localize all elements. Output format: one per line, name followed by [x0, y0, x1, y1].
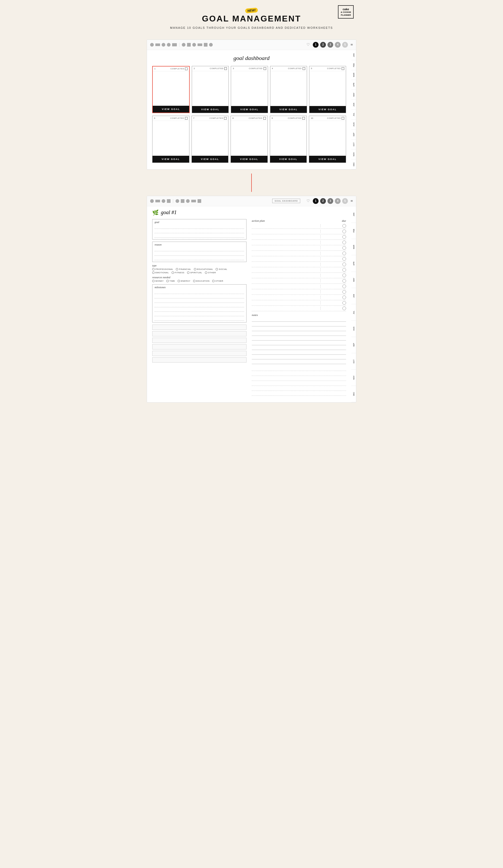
- ws-toolbar-circle-1[interactable]: 1: [313, 198, 319, 204]
- resource-education[interactable]: EDUCATION: [193, 280, 210, 282]
- completed-checkbox-3[interactable]: [263, 67, 266, 70]
- radio-time[interactable]: [167, 280, 169, 282]
- tab-nov[interactable]: NOV: [351, 149, 356, 159]
- ws-toolbar-icon-8[interactable]: [191, 200, 196, 202]
- completed-checkbox-6[interactable]: [185, 117, 188, 120]
- ws-tab-may[interactable]: MAY: [351, 272, 356, 288]
- ws-tab-dec[interactable]: DEC: [351, 386, 356, 402]
- toolbar-icon-4[interactable]: [167, 43, 171, 46]
- tab-may[interactable]: MAY: [351, 90, 356, 100]
- type-social[interactable]: SOCIAL: [215, 268, 227, 270]
- tab-sep[interactable]: SEP: [351, 130, 356, 140]
- action-circle-16[interactable]: [342, 307, 346, 310]
- ws-tab-apr[interactable]: APR: [351, 256, 356, 272]
- toolbar-circle-3[interactable]: 3: [328, 42, 333, 48]
- action-circle-14[interactable]: [342, 296, 346, 299]
- radio-money[interactable]: [152, 280, 154, 282]
- completed-checkbox-9[interactable]: [302, 117, 305, 120]
- radio-financial[interactable]: [176, 268, 178, 270]
- action-circle-4[interactable]: [342, 240, 346, 244]
- ws-tab-nov[interactable]: NOV: [351, 370, 356, 386]
- ws-menu-icon[interactable]: ≡: [351, 199, 353, 203]
- toolbar-icon-2[interactable]: [155, 43, 160, 46]
- ws-tab-sep[interactable]: SEP: [351, 337, 356, 353]
- completed-checkbox-7[interactable]: [224, 117, 227, 120]
- action-circle-2[interactable]: [342, 229, 346, 233]
- ws-toolbar-icon-4[interactable]: [167, 199, 171, 203]
- heart-icon[interactable]: ♡: [305, 42, 311, 48]
- resource-money[interactable]: MONEY: [152, 280, 164, 282]
- toolbar-icon-10[interactable]: [204, 43, 208, 46]
- action-circle-10[interactable]: [342, 273, 346, 277]
- toolbar-icon-11[interactable]: [209, 43, 213, 46]
- action-circle-5[interactable]: [342, 246, 346, 250]
- ws-heart-icon[interactable]: ♡: [305, 198, 311, 204]
- type-financial[interactable]: FINANCIAL: [176, 268, 191, 270]
- ws-tab-aug[interactable]: AUG: [351, 321, 356, 337]
- resource-energy[interactable]: ENERGY: [178, 280, 190, 282]
- ws-toolbar-circle-2[interactable]: 2: [320, 198, 326, 204]
- view-goal-button-9[interactable]: VIEW GOAL: [270, 156, 307, 163]
- view-goal-button-3[interactable]: VIEW GOAL: [231, 106, 268, 113]
- view-goal-button-6[interactable]: VIEW GOAL: [152, 156, 189, 163]
- radio-fitness[interactable]: [172, 271, 174, 274]
- toolbar-icon-9[interactable]: [198, 43, 202, 46]
- ws-tab-jun[interactable]: JUN: [351, 288, 356, 304]
- ws-tab-mar[interactable]: MAR: [351, 239, 356, 255]
- radio-energy[interactable]: [178, 280, 180, 282]
- menu-icon[interactable]: ≡: [351, 42, 353, 47]
- action-circle-1[interactable]: [342, 224, 346, 228]
- radio-social[interactable]: [215, 268, 218, 270]
- tab-aug[interactable]: AUG: [351, 120, 356, 130]
- completed-checkbox-4[interactable]: [303, 67, 305, 70]
- ws-tab-oct[interactable]: OCT: [351, 353, 356, 370]
- tab-jul[interactable]: JUL: [351, 110, 356, 120]
- action-circle-8[interactable]: [342, 262, 346, 266]
- radio-other-resource[interactable]: [212, 280, 214, 282]
- toolbar-circle-4[interactable]: 4: [335, 42, 341, 48]
- type-educational[interactable]: EDUCATIONAL: [194, 268, 213, 270]
- type-spiritual[interactable]: SPIRITUAL: [187, 271, 202, 274]
- view-goal-button-10[interactable]: VIEW GOAL: [309, 156, 346, 163]
- ws-tab-feb[interactable]: FEB: [351, 223, 356, 239]
- toolbar-circle-5[interactable]: 5: [342, 42, 348, 48]
- ws-toolbar-icon-1[interactable]: [150, 199, 154, 203]
- ws-toolbar-icon-6[interactable]: [181, 199, 184, 203]
- toolbar-icon-5[interactable]: [172, 43, 177, 46]
- tab-jan[interactable]: JAN: [351, 50, 356, 60]
- action-circle-12[interactable]: [342, 285, 346, 288]
- view-goal-button-1[interactable]: VIEW GOAL: [153, 106, 189, 113]
- tab-dec[interactable]: DEC: [351, 159, 356, 169]
- toolbar-circle-2[interactable]: 2: [320, 42, 326, 48]
- ws-toolbar-icon-9[interactable]: [198, 199, 201, 203]
- ws-toolbar-icon-3[interactable]: [162, 199, 165, 203]
- tab-jun[interactable]: JUN: [351, 100, 356, 110]
- view-goal-button-7[interactable]: VIEW GOAL: [192, 156, 229, 163]
- goal-dashboard-button[interactable]: GOAL DASHBOARD: [272, 199, 300, 203]
- radio-educational[interactable]: [194, 268, 196, 270]
- toolbar-icon-8[interactable]: [192, 43, 196, 46]
- completed-checkbox-2[interactable]: [224, 67, 227, 70]
- resource-other[interactable]: OTHER: [212, 280, 223, 282]
- toolbar-icon-3[interactable]: [162, 43, 165, 46]
- ws-toolbar-icon-2[interactable]: [155, 200, 160, 202]
- view-goal-button-5[interactable]: VIEW GOAL: [309, 106, 346, 113]
- view-goal-button-8[interactable]: VIEW GOAL: [231, 156, 268, 163]
- action-circle-7[interactable]: [342, 257, 346, 261]
- action-circle-15[interactable]: [342, 301, 346, 305]
- ws-toolbar-circle-5[interactable]: 5: [342, 198, 348, 204]
- ws-toolbar-circle-3[interactable]: 3: [328, 198, 333, 204]
- view-goal-button-2[interactable]: VIEW GOAL: [192, 106, 229, 113]
- completed-checkbox-8[interactable]: [263, 117, 266, 120]
- tab-feb[interactable]: FEB: [351, 60, 356, 70]
- type-professional[interactable]: PROFESSIONAL: [152, 268, 173, 270]
- toolbar-icon-1[interactable]: [150, 43, 154, 46]
- action-circle-11[interactable]: [342, 279, 346, 283]
- ws-toolbar-circle-4[interactable]: 4: [335, 198, 341, 204]
- completed-checkbox-5[interactable]: [342, 67, 344, 70]
- tab-mar[interactable]: MAR: [351, 70, 356, 80]
- type-other[interactable]: OTHER: [205, 271, 216, 274]
- radio-spiritual[interactable]: [187, 271, 189, 274]
- radio-professional[interactable]: [152, 268, 154, 270]
- ws-tab-jul[interactable]: JUL: [351, 304, 356, 321]
